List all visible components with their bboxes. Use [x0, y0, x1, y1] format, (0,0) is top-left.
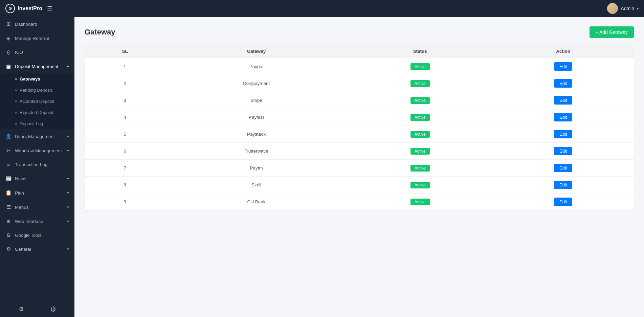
col-header-sl: SL	[85, 45, 165, 58]
edit-button[interactable]: Edit	[554, 198, 572, 206]
chevron-down-icon[interactable]: ▾	[637, 7, 639, 10]
power-footer-icon[interactable]: ⏻	[50, 306, 56, 312]
status-badge: Active	[410, 165, 430, 172]
edit-button[interactable]: Edit	[554, 147, 572, 155]
sidebar-label-withdraw-management: Withdraw Management	[15, 148, 62, 153]
cell-action: Edit	[492, 160, 634, 177]
sidebar-label-google-tools: Google Tools	[15, 233, 42, 238]
general-icon: ⚙	[5, 246, 12, 252]
app-name: InvestPro	[18, 5, 42, 12]
sidebar-subitem-deposit-log[interactable]: Deposit Log	[0, 118, 74, 129]
cell-gateway: Stripe	[165, 92, 348, 109]
sidebar-item-deposit-management[interactable]: ▣ Deposit Management ▾	[0, 59, 74, 73]
label-rejected-deposit: Rejected Deposit	[20, 110, 53, 115]
col-header-gateway: Gateway	[165, 45, 348, 58]
sidebar-label-dashboard: Dashboard	[15, 22, 37, 27]
edit-button[interactable]: Edit	[554, 62, 572, 71]
sidebar-item-users-management[interactable]: 👤 Users Management ▾	[0, 129, 74, 143]
cell-sl: 8	[85, 177, 165, 194]
topbar-right: Admin ▾	[607, 3, 639, 14]
table-row: 4 Payfast Active Edit	[85, 109, 634, 126]
sidebar-footer: ⚙ ⏻	[0, 301, 74, 317]
settings-footer-icon[interactable]: ⚙	[19, 306, 24, 312]
cell-sl: 5	[85, 126, 165, 143]
sidebar-label-plan: Plan	[15, 190, 24, 196]
sidebar-item-plan[interactable]: 📋 Plan ▾	[0, 186, 74, 200]
sidebar-item-withdraw-management[interactable]: ↩ Withdraw Management ▾	[0, 143, 74, 158]
chevron-web-icon: ▾	[67, 219, 69, 224]
label-deposit-log: Deposit Log	[20, 121, 43, 126]
cell-status: Active	[348, 177, 493, 194]
sidebar-item-general[interactable]: ⚙ General ▾	[0, 242, 74, 256]
add-gateway-button[interactable]: + Add Gateway	[590, 26, 634, 38]
deposit-icon: ▣	[5, 63, 12, 69]
sidebar-item-ico[interactable]: ₿ ICO	[0, 45, 74, 59]
cell-action: Edit	[492, 177, 634, 194]
edit-button[interactable]: Edit	[554, 181, 572, 189]
users-icon: 👤	[5, 133, 12, 139]
cell-status: Active	[348, 160, 493, 177]
sidebar-label-users-management: Users Management	[15, 134, 55, 139]
table-row: 6 Flutterwave Active Edit	[85, 143, 634, 160]
cell-sl: 4	[85, 109, 165, 126]
edit-button[interactable]: Edit	[554, 164, 572, 172]
cell-action: Edit	[492, 92, 634, 109]
cell-action: Edit	[492, 58, 634, 75]
deposit-submenu: Gateways Pending Deposit Accepted Deposi…	[0, 73, 74, 129]
edit-button[interactable]: Edit	[554, 96, 572, 105]
table-row: 9 Citi Bank Active Edit	[85, 194, 634, 210]
sidebar-subitem-accepted-deposit[interactable]: Accepted Deposit	[0, 96, 74, 107]
sidebar-label-ico: ICO	[15, 50, 23, 55]
sidebar-item-transaction-log[interactable]: ≡ Transaction Log	[0, 158, 74, 172]
sidebar-item-news[interactable]: 📰 News ▾	[0, 172, 74, 186]
admin-label[interactable]: Admin	[621, 6, 634, 11]
sidebar-item-menus[interactable]: ☰ Menus ▾	[0, 200, 74, 214]
table-row: 3 Stripe Active Edit	[85, 92, 634, 109]
sidebar-item-dashboard[interactable]: ⊞ Dashboard	[0, 17, 74, 31]
status-badge: Active	[410, 97, 430, 104]
sidebar-subitem-pending-deposit[interactable]: Pending Deposit	[0, 85, 74, 96]
page-title: Gateway	[85, 28, 115, 37]
table-scroll-area[interactable]: SL Gateway Status Action 1 Paypal Active…	[85, 45, 634, 210]
sidebar-label-general: General	[15, 247, 31, 252]
withdraw-icon: ↩	[5, 148, 12, 154]
chevron-news-icon: ▾	[67, 177, 69, 181]
news-icon: 📰	[5, 176, 12, 182]
sidebar-subitem-rejected-deposit[interactable]: Rejected Deposit	[0, 107, 74, 118]
topbar-left: ⊙ InvestPro ☰	[5, 4, 52, 13]
dashboard-icon: ⊞	[5, 21, 12, 27]
sidebar-subitem-gateways[interactable]: Gateways	[0, 73, 74, 85]
sidebar-item-web-interface[interactable]: ⊕ Web Interface ▾	[0, 214, 74, 228]
cell-action: Edit	[492, 126, 634, 143]
cell-action: Edit	[492, 109, 634, 126]
chevron-menus-icon: ▾	[67, 205, 69, 209]
sidebar-label-manage-referral: Manage Referral	[15, 36, 49, 41]
cell-sl: 3	[85, 92, 165, 109]
cell-sl: 9	[85, 194, 165, 210]
edit-button[interactable]: Edit	[554, 79, 572, 88]
cell-action: Edit	[492, 143, 634, 160]
status-badge: Active	[410, 199, 430, 205]
edit-button[interactable]: Edit	[554, 113, 572, 121]
table-row: 7 Paytm Active Edit	[85, 160, 634, 177]
label-pending-deposit: Pending Deposit	[20, 88, 52, 93]
avatar-image	[607, 3, 618, 14]
web-interface-icon: ⊕	[5, 218, 12, 224]
table-row: 8 Skrill Active Edit	[85, 177, 634, 194]
transaction-icon: ≡	[5, 162, 12, 167]
gateway-table: SL Gateway Status Action 1 Paypal Active…	[85, 45, 634, 210]
main-layout: ⊞ Dashboard ◈ Manage Referral ₿ ICO ▣ De…	[0, 17, 644, 317]
cell-status: Active	[348, 143, 493, 160]
sidebar-item-manage-referral[interactable]: ◈ Manage Referral	[0, 31, 74, 45]
dot-accepted	[15, 100, 17, 103]
label-accepted-deposit: Accepted Deposit	[20, 99, 54, 104]
cell-status: Active	[348, 194, 493, 210]
edit-button[interactable]: Edit	[554, 130, 572, 138]
chevron-withdraw-icon: ▾	[67, 149, 69, 153]
sidebar-item-google-tools[interactable]: G Google Tools	[0, 228, 74, 242]
gateway-table-container: SL Gateway Status Action 1 Paypal Active…	[85, 45, 634, 210]
cell-sl: 6	[85, 143, 165, 160]
table-row: 2 Coinpayment Active Edit	[85, 75, 634, 92]
hamburger-button[interactable]: ☰	[47, 5, 52, 12]
dot-gateways	[15, 78, 17, 80]
